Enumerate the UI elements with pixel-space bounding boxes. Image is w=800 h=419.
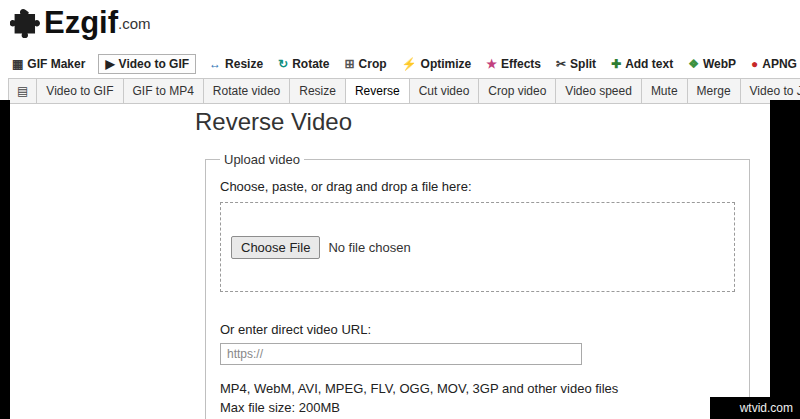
video-to-gif-icon: ▶ [105, 58, 114, 70]
upload-legend: Upload video [220, 152, 304, 167]
nav-label: Video to GIF [119, 57, 189, 71]
file-dropzone[interactable]: Choose File No file chosen [220, 202, 735, 292]
video-tools-tab-bar: ▤ Video to GIF GIF to MP4 Rotate video R… [8, 78, 800, 104]
right-letterbox-bar [770, 100, 800, 419]
brand-domain: .com [118, 15, 151, 32]
watermark-text: wtvid.com [740, 401, 793, 415]
tab-rotate-video[interactable]: Rotate video [204, 79, 290, 103]
max-file-size-note: Max file size: 200MB [220, 400, 735, 415]
tab-video-to-gif[interactable]: Video to GIF [37, 79, 123, 103]
page-title: Reverse Video [195, 108, 775, 136]
brand-name: Ezgif [44, 6, 118, 40]
choose-file-button[interactable]: Choose File [231, 236, 320, 259]
tab-video-home[interactable]: ▤ [9, 79, 37, 103]
video-url-input[interactable] [220, 343, 582, 365]
upload-video-fieldset: Upload video Choose, paste, or drag and … [205, 152, 750, 419]
nav-optimize[interactable]: ⚡ Optimize [400, 54, 474, 74]
left-letterbox-bar [0, 100, 10, 419]
add-text-icon: ✚ [611, 58, 621, 70]
tab-reverse[interactable]: Reverse [346, 79, 410, 103]
watermark: wtvid.com [710, 397, 800, 419]
optimize-icon: ⚡ [402, 58, 417, 70]
nav-add-text[interactable]: ✚ Add text [609, 54, 675, 74]
drop-instruction: Choose, paste, or drag and drop a file h… [220, 179, 735, 194]
nav-label: Rotate [292, 57, 329, 71]
page: Ezgif .com ▦ GIF Maker ▶ Video to GIF ↔ … [0, 0, 800, 419]
nav-label: Crop [359, 57, 387, 71]
apng-icon: ● [751, 58, 758, 70]
nav-resize[interactable]: ↔ Resize [207, 54, 265, 74]
tab-merge[interactable]: Merge [688, 79, 741, 103]
nav-label: GIF Maker [27, 57, 85, 71]
nav-label: Effects [501, 57, 541, 71]
resize-icon: ↔ [209, 58, 221, 70]
logo[interactable]: Ezgif .com [10, 6, 151, 40]
tab-mute[interactable]: Mute [642, 79, 688, 103]
nav-label: WebP [703, 57, 736, 71]
url-instruction: Or enter direct video URL: [220, 322, 735, 337]
film-strip-icon: ▤ [17, 84, 28, 98]
gif-maker-icon: ▦ [12, 58, 23, 70]
effects-icon: ★ [486, 58, 497, 70]
nav-crop[interactable]: ⊞ Crop [343, 54, 389, 74]
nav-label: APNG [762, 57, 797, 71]
supported-formats-note: MP4, WebM, AVI, MPEG, FLV, OGG, MOV, 3GP… [220, 381, 735, 396]
nav-label: Add text [625, 57, 673, 71]
nav-label: Split [570, 57, 596, 71]
crop-icon: ⊞ [345, 58, 355, 70]
tab-video-speed[interactable]: Video speed [556, 79, 642, 103]
tab-crop-video[interactable]: Crop video [479, 79, 556, 103]
rotate-icon: ↻ [278, 58, 288, 70]
nav-label: Resize [225, 57, 263, 71]
tab-gif-to-mp4[interactable]: GIF to MP4 [124, 79, 204, 103]
nav-webp[interactable]: ❖ WebP [686, 54, 738, 74]
nav-video-to-gif[interactable]: ▶ Video to GIF [98, 54, 196, 74]
split-icon: ✂ [556, 58, 566, 70]
tab-cut-video[interactable]: Cut video [410, 79, 480, 103]
file-chosen-status: No file chosen [328, 240, 410, 255]
nav-effects[interactable]: ★ Effects [484, 54, 543, 74]
main-nav: ▦ GIF Maker ▶ Video to GIF ↔ Resize ↻ Ro… [10, 54, 796, 74]
nav-apng[interactable]: ● APNG [749, 54, 799, 74]
main-content: Reverse Video Upload video Choose, paste… [195, 108, 775, 419]
ezgif-puzzle-logo-icon [10, 8, 40, 38]
webp-icon: ❖ [688, 58, 699, 70]
nav-label: Optimize [421, 57, 472, 71]
nav-split[interactable]: ✂ Split [554, 54, 598, 74]
nav-rotate[interactable]: ↻ Rotate [276, 54, 331, 74]
nav-gif-maker[interactable]: ▦ GIF Maker [10, 54, 87, 74]
tab-resize-video[interactable]: Resize [290, 79, 346, 103]
